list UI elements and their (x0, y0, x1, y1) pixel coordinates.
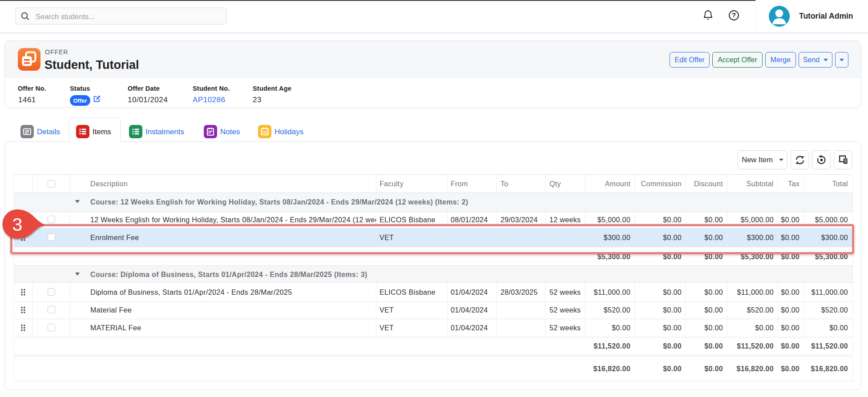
svg-text:3: 3 (12, 214, 23, 235)
svg-text:?: ? (732, 11, 736, 19)
